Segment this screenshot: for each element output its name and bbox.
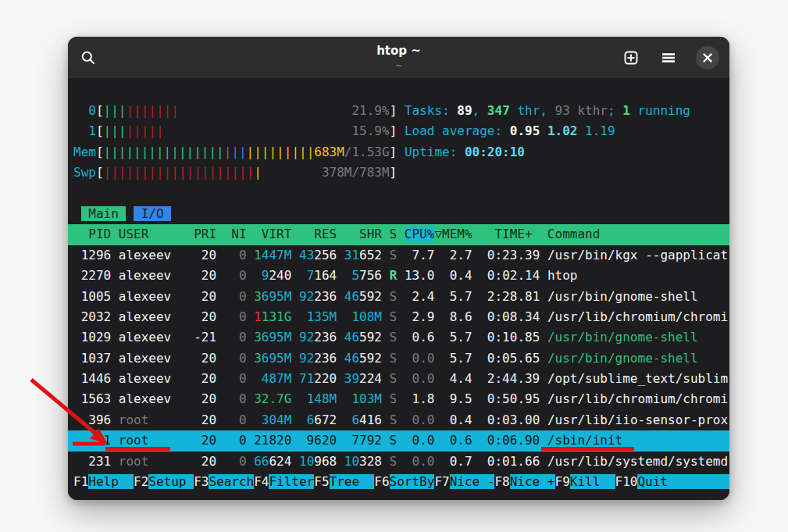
cpu0-meter-line: 0[|||||||||| 21.9%] Tasks: 89, 347 thr, …: [73, 101, 724, 121]
hamburger-menu-icon: [661, 50, 676, 66]
fkey-help[interactable]: Help: [88, 474, 134, 489]
fkey-search[interactable]: Search: [209, 474, 254, 489]
process-row-1029[interactable]: 1029 alexeev -21 0 3695M 92236 46592 S 0…: [73, 327, 724, 348]
titlebar: htop ~ ~: [68, 37, 729, 79]
close-button[interactable]: [696, 46, 719, 70]
htop-terminal: 0[|||||||||| 21.9%] Tasks: 89, 347 thr, …: [68, 78, 729, 500]
tab-main[interactable]: Main: [81, 206, 127, 221]
screen-tabs-line: Main I/O: [73, 204, 724, 224]
mem-meter-line: Mem[||||||||||||||||||||||||||||683M/1.5…: [73, 142, 724, 162]
search-button[interactable]: [78, 48, 98, 68]
process-row-1563[interactable]: 1563 alexeev 20 0 32.7G 148M 103M S 1.8 …: [73, 389, 724, 409]
fkey-nice-plus[interactable]: Nice +: [510, 474, 555, 489]
process-row-2032[interactable]: 2032 alexeev 20 0 1131G 135M 108M S 2.9 …: [73, 307, 724, 327]
fkey-nice-minus[interactable]: Nice -: [450, 474, 495, 489]
process-row-1037[interactable]: 1037 alexeev 20 0 3695M 92236 46592 S 0.…: [73, 348, 724, 369]
blank-line: [73, 184, 724, 204]
fkey-quit[interactable]: Quit: [637, 474, 729, 489]
new-tab-icon: [623, 50, 639, 66]
console-window: htop ~ ~: [68, 37, 729, 500]
process-row-1446[interactable]: 1446 alexeev 20 0 487M 71220 39224 S 0.0…: [73, 369, 724, 389]
function-key-bar: F1Help F2Setup F3SearchF4FilterF5Tree F6…: [68, 472, 729, 492]
fkey-kill[interactable]: Kill: [570, 474, 615, 489]
fkey-setup[interactable]: Setup: [148, 474, 194, 489]
table-header-row[interactable]: PID USER PRI NI VIRT RES SHR S CPU%▽MEM%…: [68, 224, 729, 245]
search-icon: [80, 50, 96, 66]
window-title: htop ~: [376, 45, 421, 58]
menu-button[interactable]: [658, 48, 679, 68]
new-tab-button[interactable]: [621, 48, 641, 68]
process-row-2270[interactable]: 2270 alexeev 20 0 9240 7164 5756 R 13.0 …: [73, 266, 724, 286]
tab-io[interactable]: I/O: [134, 206, 171, 221]
process-row-1-selected[interactable]: 1 root 20 0 21820 9620 7792 S 0.0 0.6 0:…: [68, 430, 729, 451]
process-row-396[interactable]: 396 root 20 0 304M 6672 6416 S 0.0 0.4 0…: [73, 410, 724, 430]
close-icon: [702, 52, 713, 63]
fkey-tree[interactable]: Tree: [330, 474, 375, 489]
process-row-1005[interactable]: 1005 alexeev 20 0 3695M 92236 46592 S 2.…: [73, 287, 724, 307]
fkey-filter[interactable]: Filter: [269, 474, 314, 489]
process-row-231[interactable]: 231 root 20 0 66624 10968 10328 S 0.0 0.…: [73, 452, 724, 472]
page-background: { "window": { "title": "htop ~", "subtit…: [0, 0, 788, 532]
process-row-1296[interactable]: 1296 alexeev 20 0 1447M 43256 31652 S 7.…: [73, 245, 724, 266]
fkey-sortby[interactable]: SortBy: [390, 474, 435, 489]
cpu1-meter-line: 1[|||||||| 15.9%] Load average: 0.95 1.0…: [73, 121, 724, 141]
swap-meter-line: Swp[||||||||||||||||||||| 378M/783M]: [73, 162, 724, 183]
window-subtitle: ~: [395, 61, 402, 71]
